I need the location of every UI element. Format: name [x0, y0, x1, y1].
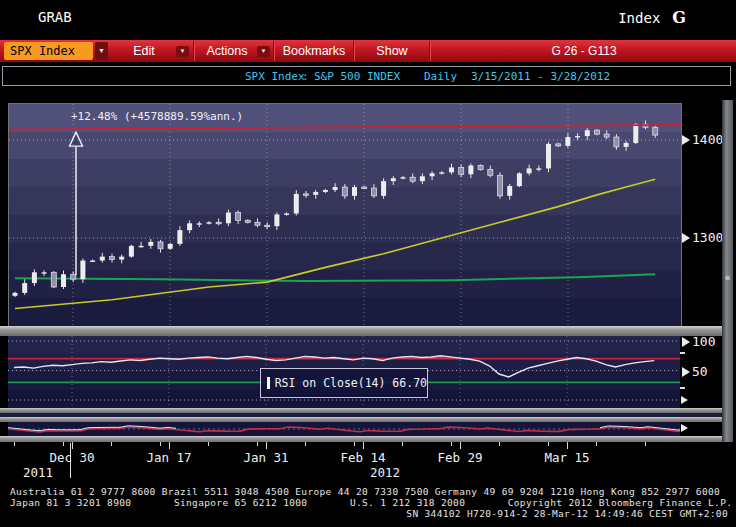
candle-body: [604, 134, 609, 137]
candle-body: [187, 223, 192, 230]
candle-body: [100, 257, 105, 261]
vertical-scrollbar[interactable]: «: [722, 100, 733, 470]
price-axis-label-1300: 1300: [682, 230, 723, 245]
candle-body: [110, 257, 115, 260]
toolbar-divider: [353, 41, 354, 61]
candle-body: [139, 246, 144, 247]
candle-body: [245, 220, 250, 222]
function-key-g: G: [672, 8, 686, 27]
toolbar-divider: [429, 41, 430, 61]
edit-dropdown-icon[interactable]: ▼: [176, 46, 189, 57]
security-dropdown-icon[interactable]: ▼: [95, 42, 108, 60]
candle-body: [255, 222, 260, 225]
candle-body: [32, 272, 37, 283]
candle-body: [352, 187, 357, 196]
candle-body: [304, 194, 309, 195]
menu-show[interactable]: Show: [356, 40, 428, 62]
rsi-legend-swatch: [267, 377, 270, 389]
candle-body: [294, 194, 299, 214]
time-axis-minor-tick: [354, 442, 355, 446]
candle-body: [371, 188, 376, 196]
collapsed-indicator-panel[interactable]: [8, 422, 680, 436]
price-chart-canvas: [9, 104, 681, 326]
candle-body: [177, 230, 182, 244]
candle-body: [391, 178, 396, 181]
candle-body: [633, 124, 638, 143]
ma200-line: [15, 274, 655, 281]
candle-body: [420, 176, 425, 181]
trend-line: [9, 125, 681, 130]
candle-body: [468, 165, 473, 174]
time-axis-year-label: 2012: [355, 465, 415, 480]
footer-contact-line-2: Japan 81 3 3201 8900 Singapore 65 6212 1…: [10, 497, 732, 508]
time-axis-minor-tick: [402, 442, 403, 446]
time-axis-label: Jan 17: [139, 450, 199, 465]
chart-period: Daily: [424, 70, 457, 83]
menu-edit[interactable]: Edit: [112, 40, 176, 62]
time-axis-major-tick: [169, 442, 170, 449]
mini-indicator-canvas: [8, 422, 680, 436]
candle-body: [381, 181, 386, 196]
menu-actions[interactable]: Actions: [197, 40, 257, 62]
actions-dropdown-icon[interactable]: ▼: [257, 46, 270, 57]
time-axis-minor-tick: [499, 442, 500, 446]
menu-bookmarks[interactable]: Bookmarks: [276, 40, 352, 62]
security-select[interactable]: SPX Index: [4, 42, 93, 60]
scrollbar-collapse-icon[interactable]: «: [722, 272, 733, 283]
menu-actions-label: Actions: [207, 44, 248, 58]
time-axis-minor-tick: [208, 442, 209, 446]
axis-marker-icon: [682, 367, 690, 377]
rsi-legend[interactable]: RSI on Close(14) 66.70: [260, 368, 428, 398]
candle-body: [401, 177, 406, 178]
time-axis-minor-tick: [257, 442, 258, 446]
time-axis-major-tick: [72, 442, 73, 449]
menu-bookmarks-label: Bookmarks: [283, 44, 346, 58]
time-axis-label: Feb 14: [333, 450, 393, 465]
security-ticker: SPX Index: [245, 70, 305, 83]
time-axis-major-tick: [266, 442, 267, 449]
measure-arrow-head: [70, 132, 83, 146]
axis-marker-icon: [681, 424, 688, 432]
candle-body: [80, 261, 85, 280]
rsi-axis-value: 50: [692, 364, 708, 379]
price-axis-value: 1400: [692, 132, 723, 147]
candle-body: [488, 169, 493, 175]
time-axis-major-tick: [567, 442, 568, 449]
candle-body: [90, 261, 95, 262]
candle-body: [507, 186, 512, 196]
candle-body: [13, 293, 18, 296]
candle-body: [129, 246, 134, 257]
candle-body: [168, 244, 173, 249]
security-info-bar: SPX Index : S&P 500 INDEX Daily 3/15/201…: [2, 66, 731, 86]
candle-body: [148, 242, 153, 246]
candle-body: [333, 187, 338, 190]
candle-body: [22, 283, 27, 293]
candle-body: [207, 222, 212, 223]
footer-contact-line-1: Australia 61 2 9777 8600 Brazil 5511 304…: [10, 486, 720, 497]
candle-body: [527, 168, 532, 173]
rsi-axis-value: 100: [692, 334, 715, 349]
candle-body: [362, 187, 367, 188]
rsi-legend-label: RSI on Close(14) 66.70: [275, 376, 427, 390]
security-select-value: SPX Index: [10, 44, 75, 58]
axis-marker-icon: [682, 135, 690, 145]
time-axis-label: Jan 31: [236, 450, 296, 465]
price-axis-value: 1300: [692, 230, 723, 245]
time-axis-label: Dec 30: [42, 450, 102, 465]
rsi-axis-tick: [680, 387, 685, 389]
time-axis-major-tick: [363, 442, 364, 449]
panel-separator[interactable]: [0, 326, 722, 336]
bloomberg-terminal-screen: GRAB IndexG SPX Index ▼ Edit ▼ Actions ▼…: [0, 0, 736, 527]
candle-body: [449, 167, 454, 172]
footer-session-info: SN 344102 H720-914-2 28-Mar-12 14:49:46 …: [406, 508, 728, 519]
candle-body: [284, 214, 289, 215]
candle-body: [197, 223, 202, 224]
candle-body: [119, 257, 124, 260]
candle-body: [653, 127, 658, 135]
rsi-axis-label-50: 50: [682, 364, 708, 379]
candle-body: [585, 130, 590, 136]
candle-body: [430, 173, 435, 176]
candle-body: [624, 143, 629, 147]
candle-body: [216, 222, 221, 223]
price-chart-panel[interactable]: +12.48% (+4578889.59%ann.): [8, 103, 682, 326]
